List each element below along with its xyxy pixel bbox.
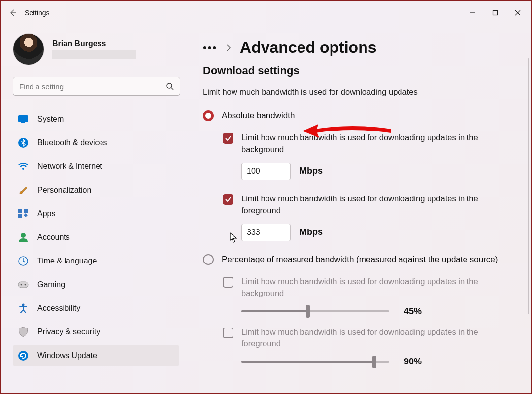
- sidebar-item-label: System: [37, 115, 64, 124]
- sidebar-item-bluetooth[interactable]: Bluetooth & devices: [13, 132, 179, 154]
- sidebar-item-accounts[interactable]: Accounts: [13, 227, 179, 248]
- bluetooth-icon: [18, 137, 29, 148]
- radio-label: Absolute bandwidth: [222, 111, 295, 121]
- sidebar-scrollbar[interactable]: [182, 108, 182, 212]
- accessibility-icon: [18, 303, 29, 314]
- sidebar: Brian Burgess System Bluetooth & devices: [1, 25, 188, 393]
- svg-rect-3: [21, 122, 25, 123]
- checkbox-checked-icon: [223, 133, 233, 144]
- checkbox-label: Limit how much bandwidth is used for dow…: [241, 276, 507, 299]
- sidebar-item-gaming[interactable]: Gaming: [13, 274, 179, 296]
- sidebar-item-network[interactable]: Network & internet: [13, 156, 179, 177]
- slider-background-pct: [241, 310, 389, 312]
- maximize-icon: [492, 10, 498, 16]
- sidebar-item-label: Time & language: [37, 257, 97, 265]
- shield-icon: [18, 327, 29, 337]
- nav: System Bluetooth & devices Network & int…: [13, 108, 182, 393]
- checkbox-checked-icon: [223, 194, 233, 205]
- wifi-icon: [18, 161, 29, 172]
- svg-point-13: [25, 284, 26, 286]
- sidebar-item-time[interactable]: Time & language: [13, 250, 179, 272]
- minimize-icon: [469, 10, 475, 16]
- user-email-redacted: [52, 50, 136, 59]
- svg-point-12: [21, 284, 22, 286]
- radio-absolute-bandwidth[interactable]: Absolute bandwidth: [203, 110, 523, 121]
- sidebar-item-label: Accessibility: [37, 304, 80, 313]
- unit-label: Mbps: [299, 166, 323, 176]
- paintbrush-icon: [18, 185, 29, 196]
- sidebar-item-label: Network & internet: [37, 162, 102, 171]
- profile-block[interactable]: Brian Burgess: [13, 33, 182, 65]
- svg-point-14: [22, 304, 25, 306]
- radio-label: Percentage of measured bandwidth (measur…: [222, 255, 498, 264]
- checkbox-limit-background-pct: Limit how much bandwidth is used for dow…: [223, 276, 523, 299]
- svg-point-5: [22, 168, 24, 170]
- sidebar-item-personalization[interactable]: Personalization: [13, 179, 179, 201]
- search-icon: [166, 82, 174, 90]
- close-icon: [515, 10, 521, 16]
- sidebar-item-label: Apps: [37, 209, 55, 218]
- svg-rect-7: [24, 209, 28, 213]
- update-icon: [18, 350, 29, 361]
- radio-off-icon: [203, 254, 214, 265]
- checkbox-label: Limit how much bandwidth is used for dow…: [241, 132, 507, 156]
- avatar: [13, 33, 44, 65]
- window-controls: [461, 5, 529, 21]
- svg-rect-6: [18, 209, 22, 213]
- close-button[interactable]: [506, 5, 529, 21]
- svg-point-15: [18, 351, 28, 361]
- system-icon: [18, 114, 29, 125]
- breadcrumb-more-icon[interactable]: •••: [203, 41, 217, 54]
- section-description: Limit how much bandwidth is used for dow…: [203, 87, 523, 97]
- apps-icon: [18, 208, 29, 219]
- slider-value: 90%: [404, 357, 422, 367]
- slider-value: 45%: [404, 306, 422, 317]
- sidebar-item-windows-update[interactable]: Windows Update: [13, 345, 179, 366]
- profile-text: Brian Burgess: [52, 39, 136, 59]
- user-name: Brian Burgess: [52, 39, 136, 48]
- checkbox-unchecked-icon: [223, 277, 233, 288]
- checkbox-label: Limit how much bandwidth is used for dow…: [241, 327, 507, 350]
- svg-point-9: [21, 233, 26, 238]
- radio-on-icon: [203, 110, 214, 121]
- svg-rect-2: [18, 115, 28, 122]
- back-button[interactable]: [3, 3, 23, 23]
- back-arrow-icon: [9, 9, 17, 17]
- section-heading: Download settings: [203, 65, 523, 77]
- sidebar-item-system[interactable]: System: [13, 108, 179, 130]
- search-input[interactable]: [19, 82, 166, 91]
- clock-globe-icon: [18, 256, 29, 266]
- svg-rect-8: [18, 214, 22, 218]
- sidebar-item-label: Accounts: [37, 233, 70, 242]
- input-background-mbps[interactable]: 100: [241, 163, 291, 180]
- sidebar-item-label: Personalization: [37, 186, 91, 195]
- sidebar-item-accessibility[interactable]: Accessibility: [13, 297, 179, 319]
- slider-foreground-pct: [241, 361, 389, 363]
- sidebar-item-label: Windows Update: [37, 351, 97, 360]
- checkbox-limit-background-abs[interactable]: Limit how much bandwidth is used for dow…: [223, 132, 523, 156]
- checkbox-limit-foreground-pct: Limit how much bandwidth is used for dow…: [223, 327, 523, 350]
- sidebar-item-label: Bluetooth & devices: [37, 138, 107, 147]
- sidebar-item-label: Gaming: [37, 280, 65, 289]
- main-content: ••• Advanced options Download settings L…: [188, 25, 531, 393]
- breadcrumb: ••• Advanced options: [203, 38, 523, 57]
- maximize-button[interactable]: [484, 5, 506, 21]
- chevron-right-icon: [226, 44, 231, 51]
- app-title: Settings: [25, 9, 50, 17]
- checkbox-unchecked-icon: [223, 328, 233, 338]
- sidebar-item-label: Privacy & security: [37, 328, 100, 336]
- input-foreground-mbps[interactable]: 333: [241, 224, 291, 241]
- unit-label: Mbps: [299, 227, 323, 237]
- svg-rect-11: [18, 282, 28, 288]
- svg-rect-0: [493, 11, 498, 15]
- checkbox-limit-foreground-abs[interactable]: Limit how much bandwidth is used for dow…: [223, 193, 523, 217]
- sidebar-item-privacy[interactable]: Privacy & security: [13, 321, 179, 343]
- minimize-button[interactable]: [461, 5, 484, 21]
- sidebar-item-apps[interactable]: Apps: [13, 203, 179, 225]
- page-title: Advanced options: [240, 38, 376, 57]
- main-scrollbar[interactable]: [528, 58, 529, 314]
- radio-percentage-bandwidth[interactable]: Percentage of measured bandwidth (measur…: [203, 254, 523, 265]
- search-box[interactable]: [13, 77, 180, 96]
- checkbox-label: Limit how much bandwidth is used for dow…: [241, 193, 507, 217]
- svg-point-1: [167, 83, 172, 88]
